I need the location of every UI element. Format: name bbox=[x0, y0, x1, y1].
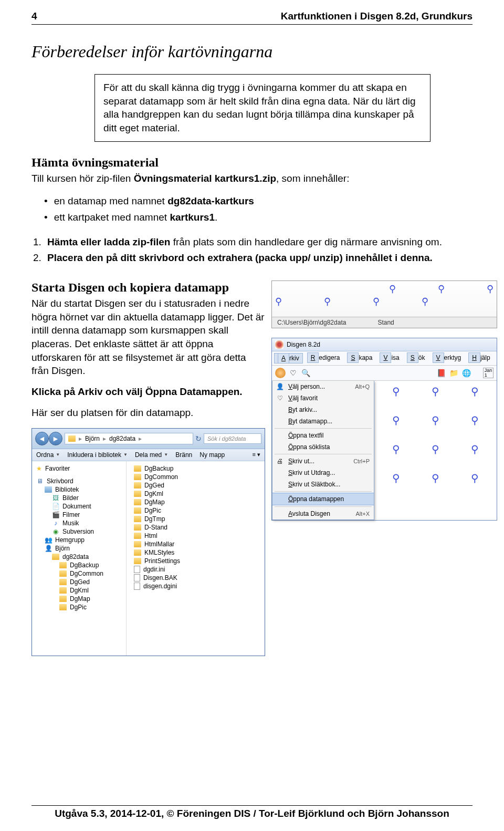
nav-item[interactable]: DgKml bbox=[34, 586, 124, 595]
list-item[interactable]: KMLStyles bbox=[132, 548, 259, 557]
nav-item[interactable]: 👥Hemgrupp bbox=[34, 536, 124, 544]
person-icon: ⚲ bbox=[373, 297, 380, 306]
toolbar-cal-icon[interactable]: Jan1 bbox=[483, 368, 494, 378]
menu-separator bbox=[275, 428, 372, 429]
list-item[interactable]: DgCommon bbox=[132, 473, 259, 481]
statusbar-screenshot: ⚲ ⚲ ⚲ ⚲ ⚲ ⚲ ⚲ C:\Users\Björn\dg82data St… bbox=[271, 281, 497, 328]
menu-item[interactable]: Skriv ut Släktbok... bbox=[272, 479, 374, 490]
menu-item[interactable]: 👤Välj person...Alt+Q bbox=[272, 381, 374, 392]
nav-item[interactable]: Bibliotek bbox=[34, 485, 124, 494]
tb-include[interactable]: Inkludera i bibliotek ▼ bbox=[67, 451, 128, 459]
menu-sök[interactable]: Sök bbox=[404, 353, 428, 363]
nav-item[interactable]: DgBackup bbox=[34, 561, 124, 569]
numbered-list: Hämta eller ladda zip-filen från plats s… bbox=[44, 235, 472, 265]
list-item[interactable]: DgBackup bbox=[132, 464, 259, 473]
person-icon: ⚲ bbox=[422, 297, 428, 306]
person-icon: ⚲ bbox=[487, 284, 494, 294]
person-icon: ⚲ bbox=[324, 297, 331, 306]
bullet-2: ett kartpaket med namnet kartkurs1. bbox=[44, 210, 472, 225]
app-icon bbox=[275, 340, 284, 349]
list-item[interactable]: DgPic bbox=[132, 506, 259, 515]
toolbar-globe-icon[interactable]: 🌐 bbox=[461, 368, 471, 378]
explorer-search[interactable]: Sök i dg82data bbox=[204, 433, 261, 444]
view-icon[interactable]: ≡ ▾ bbox=[253, 451, 260, 458]
explorer-list: DgBackupDgCommonDgGedDgKmlDgMapDgPicDgTm… bbox=[127, 461, 265, 656]
page-number: 4 bbox=[32, 11, 37, 22]
person-icon: ⚲ bbox=[275, 297, 282, 306]
nav-item[interactable]: DgCommon bbox=[34, 569, 124, 578]
menu-item[interactable]: Öppna söklista bbox=[272, 441, 374, 453]
menu-separator bbox=[275, 506, 372, 507]
nav-item[interactable]: ◉Subversion bbox=[34, 527, 124, 536]
list-item[interactable]: DgMap bbox=[132, 498, 259, 506]
explorer-nav: ★Favoriter🖥SkrivbordBibliotek🖼Bilder📄Dok… bbox=[32, 461, 127, 656]
nav-item[interactable]: 🎬Filmer bbox=[34, 511, 124, 519]
menu-skapa[interactable]: Skapa bbox=[344, 353, 375, 363]
heading-starta: Starta Disgen och kopiera datamapp bbox=[32, 281, 265, 295]
menu-verktyg[interactable]: Verktyg bbox=[429, 353, 465, 363]
breadcrumb[interactable]: ▸ Björn ▸ dg82data ▸ bbox=[65, 433, 193, 444]
list-item[interactable]: DgTmp bbox=[132, 515, 259, 523]
menu-redigera[interactable]: Redigera bbox=[304, 353, 343, 363]
back-button[interactable]: ◄ bbox=[35, 432, 49, 445]
tb-newfolder[interactable]: Ny mapp bbox=[200, 451, 225, 459]
list-item[interactable]: dgdir.ini bbox=[132, 565, 259, 574]
nav-item[interactable]: ★Favoriter bbox=[34, 464, 124, 473]
menubar: ArkivRedigeraSkapaVisaSökVerktygHjälp bbox=[272, 351, 497, 366]
menu-hjälp[interactable]: Hjälp bbox=[465, 353, 493, 363]
tb-organize[interactable]: Ordna ▼ bbox=[36, 451, 60, 459]
tb-share[interactable]: Dela med ▼ bbox=[135, 451, 168, 459]
toolbar-mag-icon[interactable]: 🔍 bbox=[300, 368, 311, 378]
menu-separator bbox=[275, 491, 372, 492]
statusbar-path: C:\Users\Björn\dg82data bbox=[277, 319, 346, 326]
nav-item[interactable]: ♪Musik bbox=[34, 519, 124, 527]
p-starta-2: Klicka på Arkiv och välj Öppna Datamappe… bbox=[32, 386, 265, 398]
menu-item[interactable]: 🖨Skriv ut...Ctrl+P bbox=[272, 455, 374, 467]
header-rule bbox=[32, 24, 472, 25]
nav-item[interactable]: 📄Dokument bbox=[34, 502, 124, 511]
nav-item[interactable]: 👤Björn bbox=[34, 544, 124, 553]
explorer-addressbar: ◄ ► ▸ Björn ▸ dg82data ▸ ↻ Sök i dg82dat… bbox=[32, 429, 265, 449]
nav-item[interactable]: DgPic bbox=[34, 603, 124, 611]
list-item[interactable]: disgen.dgini bbox=[132, 582, 259, 590]
section-title-1: Förberedelser inför kartövningarna bbox=[32, 42, 472, 61]
menu-visa[interactable]: Visa bbox=[376, 353, 402, 363]
menu-item[interactable]: Byt arkiv... bbox=[272, 404, 374, 416]
tb-burn[interactable]: Bränn bbox=[175, 451, 192, 459]
refresh-icon[interactable]: ↻ bbox=[195, 434, 202, 443]
menu-arkiv[interactable]: Arkiv bbox=[274, 353, 303, 363]
arkiv-dropdown: 👤Välj person...Alt+Q♡Välj favoritByt ark… bbox=[272, 381, 374, 520]
menu-separator bbox=[275, 454, 372, 454]
statusbar-mode: Stand bbox=[377, 319, 394, 326]
list-item[interactable]: HtmlMallar bbox=[132, 540, 259, 548]
nav-item[interactable]: DgGed bbox=[34, 578, 124, 586]
toolbar-heart-icon[interactable]: ♡ bbox=[288, 368, 298, 378]
forward-button[interactable]: ► bbox=[49, 432, 62, 445]
list-item[interactable]: DgGed bbox=[132, 481, 259, 490]
menu-item[interactable]: Byt datamapp... bbox=[272, 416, 374, 427]
nav-item[interactable]: 🖼Bilder bbox=[34, 494, 124, 502]
nav-item[interactable]: DgMap bbox=[34, 595, 124, 603]
nav-item[interactable]: dg82data bbox=[34, 553, 124, 561]
header-title: Kartfunktionen i Disgen 8.2d, Grundkurs bbox=[281, 11, 472, 22]
menu-item[interactable]: Öppna textfil bbox=[272, 430, 374, 441]
list-item[interactable]: D-Stand bbox=[132, 523, 259, 532]
footer-rule bbox=[32, 805, 472, 806]
bullet-1: en datamap med namnet dg82data-kartkurs bbox=[44, 193, 472, 209]
list-item[interactable]: Html bbox=[132, 532, 259, 540]
toolbar-book-icon[interactable]: 📕 bbox=[436, 368, 446, 378]
footer-text: Utgåva 5.3, 2014-12-01, © Föreningen DIS… bbox=[0, 808, 504, 819]
nav-item[interactable]: 🖥Skrivbord bbox=[34, 477, 124, 485]
p-hamta-intro: Till kursen hör zip-filen Övningsmateria… bbox=[32, 172, 472, 185]
menu-item[interactable]: ♡Välj favorit bbox=[272, 392, 374, 404]
menu-item[interactable]: Öppna datamappen bbox=[272, 493, 374, 505]
intro-box-text: För att du skall känna dig trygg i övnin… bbox=[103, 82, 416, 133]
list-item[interactable]: Disgen.BAK bbox=[132, 574, 259, 582]
toolbar-folder-icon[interactable]: 📁 bbox=[448, 368, 459, 378]
menu-item[interactable]: Avsluta DisgenAlt+X bbox=[272, 508, 374, 520]
list-item[interactable]: PrintSettings bbox=[132, 557, 259, 565]
toolbar-user-icon[interactable] bbox=[275, 368, 286, 378]
explorer-toolbar: Ordna ▼ Inkludera i bibliotek ▼ Dela med… bbox=[32, 449, 265, 461]
menu-item[interactable]: Skriv ut Utdrag... bbox=[272, 467, 374, 479]
list-item[interactable]: DgKml bbox=[132, 490, 259, 498]
